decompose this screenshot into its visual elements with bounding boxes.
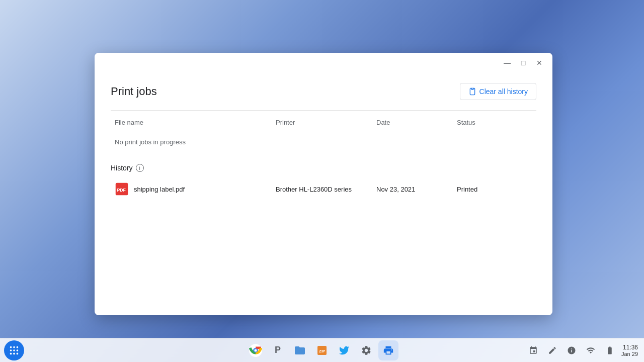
file-name: shipping label.pdf xyxy=(134,186,185,193)
print-status: Printed xyxy=(457,186,532,193)
svg-text:PDF: PDF xyxy=(117,188,126,193)
taskbar-settings-icon[interactable] xyxy=(356,340,376,360)
clipboard-icon xyxy=(468,87,476,96)
tray-battery-icon[interactable] xyxy=(602,343,617,358)
svg-point-9 xyxy=(10,352,12,354)
divider xyxy=(111,110,536,111)
close-button[interactable]: ✕ xyxy=(532,56,546,70)
col-header-date: Date xyxy=(376,119,457,126)
clock-time: 11:36 xyxy=(621,344,638,351)
svg-point-11 xyxy=(17,352,19,354)
svg-point-3 xyxy=(10,346,12,348)
window-titlebar: — □ ✕ xyxy=(95,53,552,73)
page-header: Print jobs Clear all history xyxy=(111,83,536,100)
launcher-button[interactable] xyxy=(4,340,24,360)
taskbar-right: 11:36 Jan 29 xyxy=(526,343,644,358)
svg-text:ZIP: ZIP xyxy=(319,349,326,353)
taskbar-chrome-icon[interactable] xyxy=(246,340,266,360)
print-date: Nov 23, 2021 xyxy=(376,186,457,193)
print-jobs-window: — □ ✕ Print jobs Clear all history File … xyxy=(95,53,552,315)
minimize-button[interactable]: — xyxy=(500,56,514,70)
maximize-button[interactable]: □ xyxy=(516,56,530,70)
history-label: History xyxy=(111,164,133,172)
tray-info-icon[interactable] xyxy=(564,343,579,358)
taskbar-twitter-icon[interactable] xyxy=(334,340,354,360)
tray-wifi-icon[interactable] xyxy=(583,343,598,358)
tray-screenshot-icon[interactable] xyxy=(526,343,541,358)
window-content: Print jobs Clear all history File name P… xyxy=(95,73,552,315)
printer-name: Brother HL-L2360D series xyxy=(276,186,376,193)
history-label-row: History i xyxy=(111,164,536,172)
table-row: PDF shipping label.pdf Brother HL-L2360D… xyxy=(111,178,536,200)
taskbar-print-icon[interactable] xyxy=(378,340,398,360)
col-header-filename: File name xyxy=(115,119,276,126)
col-header-printer: Printer xyxy=(276,119,376,126)
history-info-icon[interactable]: i xyxy=(136,164,144,172)
svg-point-7 xyxy=(13,349,15,351)
taskbar-left xyxy=(0,340,24,360)
svg-point-8 xyxy=(17,349,19,351)
system-clock[interactable]: 11:36 Jan 29 xyxy=(621,344,638,357)
svg-point-4 xyxy=(13,346,15,348)
empty-state-message: No print jobs in progress xyxy=(111,130,536,154)
taskbar-zip-icon[interactable]: ZIP xyxy=(312,340,332,360)
svg-point-6 xyxy=(10,349,12,351)
window-controls: — □ ✕ xyxy=(500,56,546,70)
clear-all-history-button[interactable]: Clear all history xyxy=(460,83,536,100)
pdf-icon: PDF xyxy=(115,182,129,196)
file-cell: PDF shipping label.pdf xyxy=(115,182,276,196)
svg-point-10 xyxy=(13,352,15,354)
taskbar-files-p-icon[interactable]: P xyxy=(268,340,288,360)
taskbar: P ZIP xyxy=(0,338,644,362)
launcher-icon xyxy=(9,345,20,356)
svg-point-15 xyxy=(255,349,257,351)
clock-date: Jan 29 xyxy=(621,351,638,357)
svg-rect-0 xyxy=(471,88,473,89)
table-header: File name Printer Date Status xyxy=(111,119,536,126)
col-header-status: Status xyxy=(457,119,532,126)
page-title: Print jobs xyxy=(111,85,157,98)
history-section: History i PDF shipping label.pdf Brother… xyxy=(111,164,536,200)
svg-point-5 xyxy=(17,346,19,348)
taskbar-files-icon[interactable] xyxy=(290,340,310,360)
tray-pen-icon[interactable] xyxy=(545,343,560,358)
taskbar-center: P ZIP xyxy=(246,340,398,360)
